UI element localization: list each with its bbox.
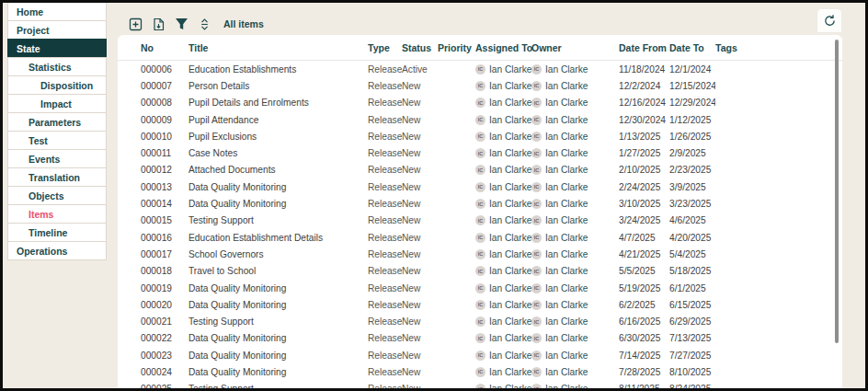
table-row[interactable]: 000015 Testing Support Release New ICIan…: [118, 213, 842, 229]
sidebar-item-state[interactable]: State: [7, 39, 107, 58]
cell-no: 000017: [141, 249, 188, 259]
col-header-priority[interactable]: Priority: [438, 42, 475, 53]
sidebar-item-parameters[interactable]: Parameters: [7, 112, 107, 132]
avatar: IC: [531, 333, 542, 343]
owner-name: Ian Clarke: [545, 316, 588, 327]
table-row[interactable]: 000019 Data Quality Monitoring Release N…: [118, 280, 842, 296]
sidebar-item-translation[interactable]: Translation: [7, 167, 107, 187]
view-selector-label[interactable]: All items: [223, 18, 264, 29]
cell-type: Release: [368, 182, 402, 192]
table-row[interactable]: 000023 Data Quality Monitoring Release N…: [118, 347, 842, 363]
avatar: IC: [531, 98, 542, 108]
col-header-tags[interactable]: Tags: [715, 42, 824, 53]
assigned-to-name: Ian Clarke: [489, 165, 531, 175]
cell-owner: ICIan Clarke: [531, 199, 619, 209]
col-header-date-from[interactable]: Date From: [619, 42, 669, 53]
table-row[interactable]: 000006 Education Establishments Release …: [118, 61, 842, 77]
cell-owner: ICIan Clarke: [531, 148, 619, 158]
cell-owner: ICIan Clarke: [531, 249, 619, 259]
owner-name: Ian Clarke: [545, 266, 588, 276]
table-row[interactable]: 000017 School Governors Release New ICIa…: [118, 246, 842, 262]
assigned-to-name: Ian Clarke: [489, 300, 531, 310]
sidebar-item-project[interactable]: Project: [7, 20, 107, 40]
cell-type: Release: [368, 132, 402, 142]
cell-date-from: 4/21/2025: [619, 249, 669, 259]
table-row[interactable]: 000024 Data Quality Monitoring Release N…: [118, 363, 842, 380]
refresh-button[interactable]: [817, 8, 842, 33]
cell-type: Release: [368, 115, 402, 125]
table-row[interactable]: 000020 Data Quality Monitoring Release N…: [118, 296, 842, 313]
col-header-no[interactable]: No: [141, 42, 188, 53]
avatar: IC: [531, 215, 542, 225]
sidebar-item-events[interactable]: Events: [7, 149, 107, 168]
sidebar-item-disposition[interactable]: Disposition: [7, 75, 107, 95]
table-row[interactable]: 000022 Data Quality Monitoring Release N…: [118, 330, 842, 347]
add-item-button[interactable]: [129, 17, 143, 31]
col-header-date-to[interactable]: Date To: [669, 42, 715, 53]
table-row[interactable]: 000013 Data Quality Monitoring Release N…: [118, 178, 842, 195]
sidebar-item-statistics[interactable]: Statistics: [7, 57, 107, 76]
table-row[interactable]: 000014 Data Quality Monitoring Release N…: [118, 195, 842, 212]
cell-assigned-to: ICIan Clarke: [475, 266, 531, 276]
cell-owner: ICIan Clarke: [531, 316, 619, 327]
table-row[interactable]: 000011 Case Notes Release New ICIan Clar…: [118, 144, 842, 161]
table-row[interactable]: 000016 Education Establishment Details R…: [118, 229, 842, 246]
sort-button[interactable]: [199, 17, 211, 31]
cell-status: New: [402, 300, 438, 310]
col-header-owner[interactable]: Owner: [531, 42, 619, 53]
owner-name: Ian Clarke: [545, 300, 588, 310]
cell-no: 000021: [141, 316, 188, 327]
cell-owner: ICIan Clarke: [531, 81, 619, 91]
owner-name: Ian Clarke: [545, 81, 588, 91]
cell-date-from: 8/11/2025: [619, 384, 669, 390]
cell-date-from: 1/27/2025: [619, 148, 669, 158]
cell-type: Release: [368, 81, 402, 91]
avatar: IC: [531, 148, 542, 158]
owner-name: Ian Clarke: [545, 182, 588, 192]
table-row[interactable]: 000007 Person Details Release New ICIan …: [118, 77, 842, 94]
col-header-type[interactable]: Type: [368, 42, 402, 53]
table-row[interactable]: 000021 Testing Support Release New ICIan…: [118, 313, 842, 329]
cell-date-from: 2/24/2025: [619, 182, 669, 192]
cell-type: Release: [368, 199, 402, 209]
avatar: IC: [475, 64, 485, 75]
table-row[interactable]: 000018 Travel to School Release New ICIa…: [118, 263, 842, 280]
cell-title: Data Quality Monitoring: [188, 182, 368, 192]
cell-assigned-to: ICIan Clarke: [475, 249, 531, 259]
vertical-scrollbar[interactable]: [834, 39, 839, 386]
cell-date-from: 12/16/2024: [619, 98, 669, 108]
table-row[interactable]: 000012 Attached Documents Release New IC…: [118, 162, 842, 178]
sidebar-item-timeline[interactable]: Timeline: [7, 223, 107, 242]
col-header-status[interactable]: Status: [402, 42, 438, 53]
cell-status: Active: [402, 64, 438, 75]
cell-date-to: 6/29/2025: [669, 316, 715, 327]
avatar: IC: [475, 283, 485, 293]
sidebar-item-operations[interactable]: Operations: [7, 241, 107, 260]
cell-owner: ICIan Clarke: [531, 384, 619, 390]
sidebar-item-label: State: [17, 43, 40, 54]
scrollbar-thumb[interactable]: [835, 40, 839, 343]
cell-owner: ICIan Clarke: [531, 283, 619, 293]
sidebar-item-label: Test: [29, 135, 48, 146]
avatar: IC: [475, 98, 485, 108]
table-row[interactable]: 000008 Pupil Details and Enrolments Rele…: [118, 95, 842, 111]
export-button[interactable]: [153, 17, 165, 31]
cell-no: 000025: [141, 384, 188, 390]
sidebar-item-test[interactable]: Test: [7, 131, 107, 150]
cell-status: New: [402, 215, 438, 225]
cell-date-from: 7/14/2025: [619, 351, 669, 361]
sidebar-item-objects[interactable]: Objects: [7, 186, 107, 205]
sidebar-item-impact[interactable]: Impact: [7, 94, 107, 113]
table-row[interactable]: 000010 Pupil Exclusions Release New ICIa…: [118, 128, 842, 144]
cell-status: New: [402, 148, 438, 158]
col-header-assigned-to[interactable]: Assigned To: [475, 42, 531, 53]
sidebar-item-home[interactable]: Home: [7, 2, 107, 21]
sidebar-item-label: Translation: [29, 172, 80, 183]
sidebar-item-items[interactable]: Items: [7, 204, 107, 224]
table-row[interactable]: 000025 Testing Support Release New ICIan…: [118, 381, 842, 390]
avatar: IC: [531, 351, 542, 361]
avatar: IC: [475, 165, 485, 175]
col-header-title[interactable]: Title: [188, 42, 368, 53]
filter-button[interactable]: [175, 17, 188, 30]
table-row[interactable]: 000009 Pupil Attendance Release New ICIa…: [118, 111, 842, 128]
